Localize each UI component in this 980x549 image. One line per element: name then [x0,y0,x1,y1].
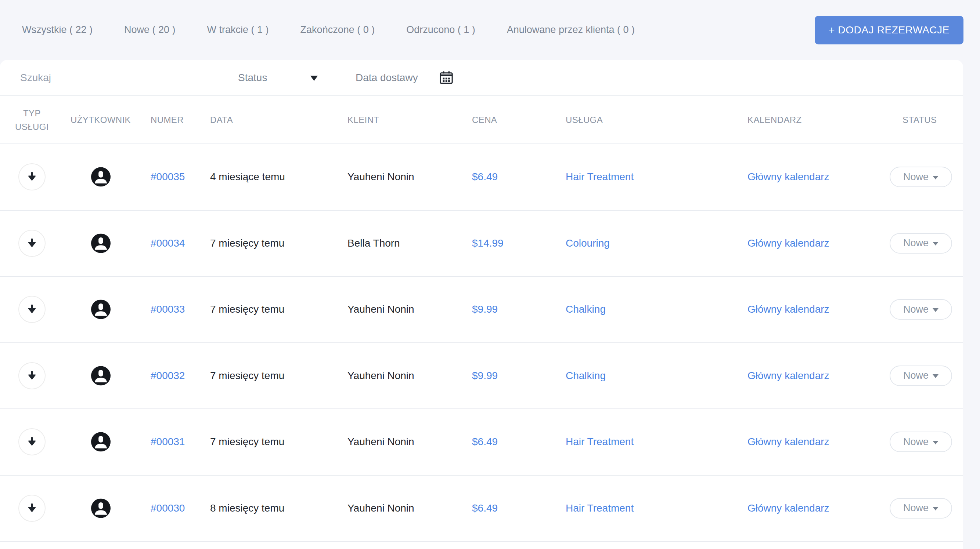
delivery-date-label: Data dostawy [356,72,418,84]
status-dropdown-label: Nowe [903,304,929,315]
calendar-link[interactable]: Główny kalendarz [748,238,829,249]
arrow-down-icon [26,502,38,514]
table-filter-row: Status Data dostawy [0,60,963,96]
status-tab-label: Zakończone ( 0 ) [301,24,375,35]
price-link[interactable]: $14.99 [472,238,504,249]
search-input[interactable] [20,72,197,84]
service-link[interactable]: Hair Treatment [566,171,634,183]
delivery-date-filter[interactable]: Data dostawy [356,60,462,95]
price-link[interactable]: $9.99 [472,303,498,315]
status-dropdown[interactable]: Nowe [889,233,952,254]
status-dropdown[interactable]: Nowe [889,432,952,452]
client-name: Bella Thorn [347,238,400,249]
calendar-link[interactable]: Główny kalendarz [748,436,829,448]
status-tab[interactable]: W trakcie ( 1 ) [207,24,269,36]
calendar-link[interactable]: Główny kalendarz [748,171,829,183]
user-avatar-icon[interactable] [91,300,111,319]
column-header-type: TYP USŁUGI [6,106,57,133]
status-dropdown-label: Nowe [903,502,929,514]
price-link[interactable]: $9.99 [472,370,498,382]
reservation-number-link[interactable]: #00035 [151,171,185,183]
reservations-card: Status Data dostawy [0,60,963,549]
service-link[interactable]: Colouring [566,238,610,249]
calendar-icon [438,70,454,86]
reservation-number-link[interactable]: #00032 [151,370,185,382]
client-name: Yauheni Nonin [347,171,414,183]
client-name: Yauheni Nonin [347,370,414,382]
caret-down-icon [932,507,939,511]
top-bar: Wszystkie ( 22 ) Nowe ( 20 ) W trakcie (… [0,0,980,60]
reservation-number-link[interactable]: #00031 [151,436,185,448]
arrow-down-icon [26,370,38,382]
column-header-date: DATA [210,115,233,125]
reservation-date: 7 miesięcy temu [210,303,284,315]
expand-row-button[interactable] [18,163,46,190]
status-tab[interactable]: Nowe ( 20 ) [124,24,176,36]
expand-row-button[interactable] [18,362,46,389]
arrow-down-icon [26,436,38,448]
table-row: #00034 7 miesięcy temu Bella Thorn $14.9… [0,211,963,277]
status-dropdown-label: Nowe [903,171,929,183]
expand-row-button[interactable] [18,230,46,257]
status-tab-label: Odrzucono ( 1 ) [406,24,475,35]
status-tab-label: Nowe ( 20 ) [124,24,176,35]
table-row: #00030 8 miesięcy temu Yauheni Nonin $6.… [0,476,963,542]
service-link[interactable]: Chalking [566,303,606,315]
calendar-link[interactable]: Główny kalendarz [748,370,829,382]
calendar-link[interactable]: Główny kalendarz [748,303,829,315]
column-header-user: UŻYTKOWNIK [70,115,131,125]
table-body: #00035 4 miesiące temu Yauheni Nonin $6.… [0,144,963,542]
user-avatar-icon[interactable] [91,498,111,518]
price-link[interactable]: $6.49 [472,436,498,448]
expand-row-button[interactable] [18,495,46,522]
reservation-number-link[interactable]: #00030 [151,502,185,514]
service-link[interactable]: Hair Treatment [566,502,634,514]
status-filter-select[interactable]: Status [238,60,326,95]
column-header-status: STATUS [902,115,937,125]
arrow-down-icon [26,303,38,316]
client-name: Yauheni Nonin [347,303,414,315]
table-row: #00033 7 miesięcy temu Yauheni Nonin $9.… [0,277,963,343]
user-avatar-icon[interactable] [91,366,111,386]
status-tab-label: W trakcie ( 1 ) [207,24,269,35]
caret-down-icon [932,176,939,179]
add-reservation-button[interactable]: + DODAJ REZERWACJE [815,16,964,44]
expand-row-button[interactable] [18,428,46,455]
status-dropdown[interactable]: Nowe [889,498,952,519]
table-row: #00031 7 miesięcy temu Yauheni Nonin $6.… [0,409,963,476]
user-avatar-icon[interactable] [91,233,111,253]
caret-down-icon [310,76,318,81]
table-row: #00032 7 miesięcy temu Yauheni Nonin $9.… [0,343,963,409]
status-dropdown[interactable]: Nowe [889,365,952,386]
service-link[interactable]: Hair Treatment [566,436,634,448]
status-dropdown[interactable]: Nowe [889,167,952,187]
price-link[interactable]: $6.49 [472,502,498,514]
caret-down-icon [932,242,939,246]
status-tab[interactable]: Wszystkie ( 22 ) [22,24,92,36]
expand-row-button[interactable] [18,296,46,323]
caret-down-icon [932,374,939,378]
status-dropdown-label: Nowe [903,370,929,381]
status-tab[interactable]: Odrzucono ( 1 ) [406,24,475,36]
reservation-number-link[interactable]: #00034 [151,238,185,249]
column-header-calendar: KALENDARZ [748,115,802,125]
table-header-row: TYP USŁUGI UŻYTKOWNIK NUMER DATA KLEINT … [0,96,963,144]
status-tab[interactable]: Zakończone ( 0 ) [301,24,375,36]
status-dropdown[interactable]: Nowe [889,299,952,320]
status-tab[interactable]: Anulowane przez klienta ( 0 ) [507,24,635,36]
service-link[interactable]: Chalking [566,370,606,382]
reservation-number-link[interactable]: #00033 [151,303,185,315]
reservations-page: Wszystkie ( 22 ) Nowe ( 20 ) W trakcie (… [0,0,980,549]
column-header-number: NUMER [151,115,184,125]
status-tab-label: Wszystkie ( 22 ) [22,24,92,35]
price-link[interactable]: $6.49 [472,171,498,183]
status-dropdown-label: Nowe [903,436,929,448]
reservation-date: 7 miesięcy temu [210,238,284,249]
user-avatar-icon[interactable] [91,432,111,452]
column-header-price: CENA [472,115,497,125]
caret-down-icon [932,308,939,312]
reservation-date: 4 miesiące temu [210,171,285,183]
calendar-link[interactable]: Główny kalendarz [748,502,829,514]
column-header-client: KLEINT [347,115,379,125]
user-avatar-icon[interactable] [91,167,111,187]
